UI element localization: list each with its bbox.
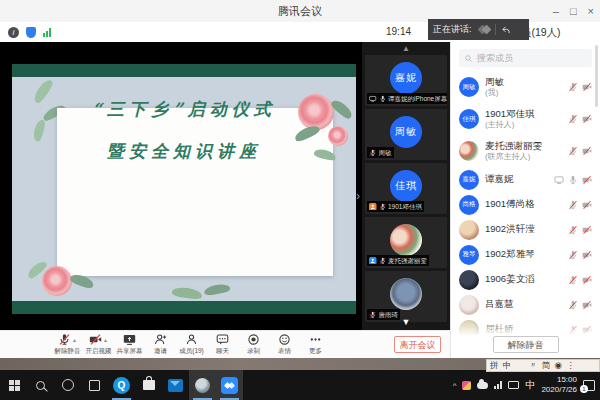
toolbar-label: 共享屏幕 [117,347,143,356]
video-tile[interactable]: 嘉妮谭嘉妮的iPhone屏幕共享 [365,55,447,106]
cam-off-icon[interactable] [582,275,592,285]
search-input[interactable]: 搜索成员 [459,49,592,67]
tile-participant-name: 1901邓佳琪 [388,202,422,211]
share-screen-button-icon-row [123,333,136,346]
member-row[interactable]: 1902洪轩滢 [451,217,600,242]
member-row[interactable]: 麦托强谢丽雯(联席主持人) [451,135,600,167]
taskbar-mail[interactable] [162,370,189,400]
toolbar-label: 更多 [309,347,322,356]
mic-off-icon[interactable] [568,300,578,310]
video-tiles: 嘉妮谭嘉妮的iPhone屏幕共享周敏周敏佳琪1901邓佳琪麦托强谢丽雯唐雨琦 [362,55,450,322]
unmute-button[interactable]: ▲解除静音 [52,331,83,358]
meeting-info-icon[interactable]: i [8,27,19,38]
clock[interactable]: 15:00 2020/7/26 [541,375,577,395]
cam-off-icon[interactable] [582,114,592,124]
mic-off-icon[interactable] [568,114,578,124]
speaking-label: 正在讲话: [433,23,472,36]
sogou-tray-icon[interactable] [462,381,471,390]
cam-off-icon[interactable] [582,250,592,260]
shield-icon[interactable] [26,27,36,38]
invite-icon [154,333,167,346]
taskbar-store[interactable] [135,370,162,400]
panel-scrollbar[interactable] [595,45,598,107]
member-row[interactable]: 尚格1901傅尚格 [451,192,600,217]
network-tray-icon[interactable] [494,381,502,389]
members-button[interactable]: 成员(19) [176,331,207,358]
mic-off-icon[interactable] [568,146,578,156]
member-name: 麦托强谢丽雯 [485,141,568,152]
cam-off-icon[interactable] [582,300,592,310]
mic-off-icon [379,203,387,211]
record-button[interactable]: 录制 [238,331,269,358]
video-tile[interactable]: 佳琪1901邓佳琪 [365,163,447,214]
taskbar-search[interactable] [27,370,54,400]
tile-label: 周敏 [367,147,394,158]
display-tray-icon[interactable] [508,381,519,389]
member-name: 周敏 [485,77,568,88]
cam-off-icon[interactable] [582,175,592,185]
mic-off-icon[interactable] [568,275,578,285]
taskbar-cortana[interactable] [54,370,81,400]
slide-bottom-bar [12,301,356,314]
restore-overlay-icon[interactable] [501,25,511,35]
collapse-strip-icon[interactable]: › [356,190,360,202]
speaking-overlay: 正在讲话: [428,19,529,40]
video-tile[interactable]: 周敏周敏 [365,109,447,160]
member-row[interactable]: 佳琪1901邓佳琪(主持人) [451,103,600,135]
language-indicator[interactable]: 中 [525,378,535,392]
cam-off-icon[interactable] [582,200,592,210]
member-row[interactable]: 1906姜文滔 [451,267,600,292]
taskbar-apps [0,370,243,400]
video-tile[interactable]: 唐雨琦 [365,271,447,322]
emoji-button[interactable]: 表情 [269,331,300,358]
action-center-icon[interactable]: 1 [583,380,595,391]
cam-off-icon[interactable] [582,82,592,92]
presentation-slide: “三下乡”启动仪式 暨安全知识讲座 [12,64,356,314]
maximize-icon[interactable]: □ [570,5,577,17]
mic-off-icon[interactable] [568,200,578,210]
member-name: 吕嘉慧 [485,299,568,310]
share-screen-button[interactable]: 共享屏幕 [114,331,145,358]
tile-participant-name: 麦托强谢丽雯 [388,256,427,265]
member-status-icons [568,82,592,92]
more-button[interactable]: 更多 [300,331,331,358]
mic-off-icon[interactable] [568,225,578,235]
cam-off-icon[interactable] [582,225,592,235]
member-row[interactable]: 嘉妮谭嘉妮 [451,167,600,192]
caret-up-icon[interactable]: ▲ [72,337,77,343]
taskbar-tencent-meeting[interactable] [216,370,243,400]
scroll-up-icon[interactable]: ▲ [362,42,450,55]
mic-off-icon[interactable] [568,250,578,260]
record-button-icon-row [247,333,260,346]
taskbar-taskview[interactable] [81,370,108,400]
screen-icon[interactable] [554,175,564,185]
caret-up-icon[interactable]: ▲ [103,337,108,343]
mic-on-icon[interactable] [568,175,578,185]
unmute-button-icon-row: ▲ [58,333,77,346]
taskbar-start[interactable] [0,370,27,400]
member-row[interactable]: 雅琴1902郑雅琴 [451,242,600,267]
member-row[interactable]: 吕嘉慧 [451,292,600,317]
taskbar-qq-browser[interactable] [108,370,135,400]
taskbar-photos[interactable] [189,370,216,400]
toolbar-label: 录制 [247,347,260,356]
video-tile[interactable]: 麦托强谢丽雯 [365,217,447,268]
scroll-down-icon[interactable]: ▼ [362,317,450,327]
hidden-icons-arrow[interactable]: ^ [453,381,457,390]
invite-button[interactable]: 邀请 [145,331,176,358]
leave-meeting-button[interactable]: 离开会议 [394,336,441,353]
chat-button[interactable]: 聊天 [207,331,238,358]
member-row[interactable]: 周敏周敏(我) [451,71,600,103]
tencent-meeting-logo-icon [479,26,490,33]
start-video-button[interactable]: ▲开启视频 [83,331,114,358]
unmute-button[interactable]: 解除静音 [493,336,559,353]
cloud-tray-icon[interactable] [477,382,488,389]
close-icon[interactable]: × [588,5,594,17]
member-status-icons [568,200,592,210]
mic-off-icon[interactable] [568,82,578,92]
clock-time: 15:00 [557,375,577,384]
taskview-icon [89,380,100,391]
minimize-icon[interactable]: – [553,5,559,17]
cam-off-icon[interactable] [582,146,592,156]
ime-bar[interactable]: 拼 中 ゕ 〃 简 ◉ ⋮ [486,359,600,372]
